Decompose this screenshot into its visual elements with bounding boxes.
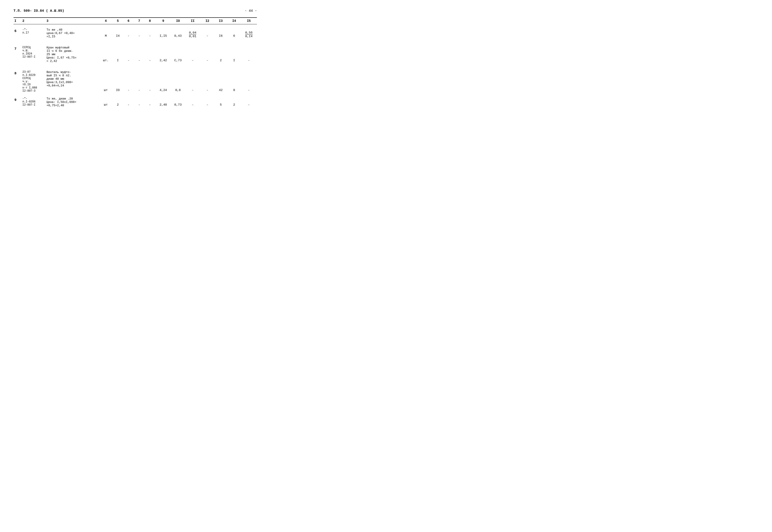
row8-col11: - (184, 70, 201, 93)
table-row: 7 СCРСЦч.Ш.к.I024I2-807-I Кран муфтовыйI… (14, 45, 257, 63)
row7-col4: шт. (99, 45, 112, 63)
row7-desc: Кран муфтовыйII ч 6 бк диам.25 ммЦена: I… (45, 45, 99, 63)
row7-num: 7 (14, 45, 22, 63)
row7-col7: - (134, 45, 144, 63)
row9-num: 9 (14, 96, 22, 108)
row9-col13: 5 (214, 96, 228, 108)
row6-code: -"-п.I7 (22, 27, 46, 39)
header-center: - 44 - (245, 9, 257, 13)
row6-col5: I4 (112, 27, 123, 39)
row8-col13: 42 (214, 70, 228, 93)
row8-col10: 0,8 (171, 70, 184, 93)
row8-num: 8 (14, 70, 22, 93)
col-header-8: 8 (144, 18, 155, 24)
row8-desc: Вентиль муфто-вый I5 ч 8 п2.диам 40 ммЦе… (45, 70, 99, 93)
main-table-container: I 2 3 4 5 6 7 8 9 IO II I2 I3 I4 I5 6 (14, 18, 257, 108)
row6-col7: - (134, 27, 144, 39)
row9-col4: шт (99, 96, 112, 108)
col-header-13: I3 (214, 18, 228, 24)
col-header-4: 4 (99, 18, 112, 24)
row7-col8: - (144, 45, 155, 63)
row7-code: СCРСЦч.Ш.к.I024I2-807-I (22, 45, 46, 63)
row7-col6: - (123, 45, 134, 63)
row7-col10: C,73 (171, 45, 184, 63)
row9-col8: - (144, 96, 155, 108)
row9-col12: - (201, 96, 214, 108)
row6-col11: 0,04 0,01 (184, 27, 201, 39)
row6-col15: 0,5б 0,I4 (241, 27, 257, 39)
row7-col11: - (184, 45, 201, 63)
col-header-15: I5 (241, 18, 257, 24)
row7-col14: I (228, 45, 241, 63)
row6-col13: I6 (214, 27, 228, 39)
row8-col15: - (241, 70, 257, 93)
col-header-12: I2 (201, 18, 214, 24)
row7-col9: 2,42 (155, 45, 171, 63)
header-left: Т.П. 509- IO.84 ( А.Ш.85) (14, 9, 64, 13)
row9-col10: 0,73 (171, 96, 184, 108)
table-row: 6 -"-п.I7 То же ,40цена:0,67 +0,48==I,I5… (14, 27, 257, 39)
row8-col4: шт (99, 70, 112, 93)
col-header-6: 6 (123, 18, 134, 24)
row9-code: -"-п.I-02б6I2-807-I (22, 96, 46, 108)
row8-col9: 4,24 (155, 70, 171, 93)
row6-col8: - (144, 27, 155, 39)
row8-code: 23-07п.I-0229СCРСЦч.у.тб.IOк-т I,088I2-8… (22, 70, 46, 93)
row8-col6: - (123, 70, 134, 93)
row9-desc: То же, диам .20Цена: I,50xI,098++0,75=2,… (45, 96, 99, 108)
row9-col5: 2 (112, 96, 123, 108)
column-header-row: I 2 3 4 5 6 7 8 9 IO II I2 I3 I4 I5 (14, 18, 257, 24)
row9-col15: - (241, 96, 257, 108)
col-header-5: 5 (112, 18, 123, 24)
table-row: 9 -"-п.I-02б6I2-807-I То же, диам .20Цен… (14, 96, 257, 108)
row9-col7: - (134, 96, 144, 108)
col-header-3: 3 (45, 18, 99, 24)
row6-desc: То же ,40цена:0,67 +0,48==I,I5 (45, 27, 99, 39)
row6-col11-frac: 0,04 0,01 (189, 31, 196, 38)
row8-col7: - (134, 70, 144, 93)
row9-col14: 2 (228, 96, 241, 108)
row6-col6: - (123, 27, 134, 39)
col-header-7: 7 (134, 18, 144, 24)
row9-col11: - (184, 96, 201, 108)
row6-col14: 6 (228, 27, 241, 39)
col-header-2: 2 (22, 18, 46, 24)
col-header-14: I4 (228, 18, 241, 24)
row8-col12: - (201, 70, 214, 93)
row6-col15-frac: 0,5б 0,I4 (245, 31, 252, 38)
row8-col14: 8 (228, 70, 241, 93)
row7-col12: - (201, 45, 214, 63)
row9-col9: 2,40 (155, 96, 171, 108)
row6-col4: М (99, 27, 112, 39)
col-header-9: 9 (155, 18, 171, 24)
col-header-11: II (184, 18, 201, 24)
page-header: Т.П. 509- IO.84 ( А.Ш.85) - 44 - (14, 9, 257, 13)
row6-col10: 0,43 (171, 27, 184, 39)
row7-col5: I (112, 45, 123, 63)
row6-col12: - (201, 27, 214, 39)
row8-col8: - (144, 70, 155, 93)
row7-col13: 2 (214, 45, 228, 63)
row8-col5: IO (112, 70, 123, 93)
row9-col6: - (123, 96, 134, 108)
row6-col9: I,I5 (155, 27, 171, 39)
col-header-1: I (14, 18, 22, 24)
row7-col15: - (241, 45, 257, 63)
row6-num: 6 (14, 27, 22, 39)
main-table: I 2 3 4 5 6 7 8 9 IO II I2 I3 I4 I5 6 (14, 18, 257, 108)
table-row: 8 23-07п.I-0229СCРСЦч.у.тб.IOк-т I,088I2… (14, 70, 257, 93)
col-header-10: IO (171, 18, 184, 24)
